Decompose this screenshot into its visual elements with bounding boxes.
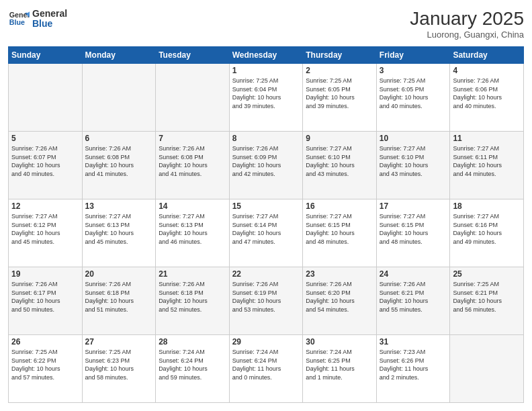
table-row <box>156 64 230 132</box>
table-row: 11Sunrise: 7:27 AM Sunset: 6:11 PM Dayli… <box>450 132 524 199</box>
table-row: 27Sunrise: 7:25 AM Sunset: 6:23 PM Dayli… <box>82 335 156 403</box>
day-info: Sunrise: 7:26 AM Sunset: 6:08 PM Dayligh… <box>159 144 226 178</box>
table-row: 21Sunrise: 7:26 AM Sunset: 6:18 PM Dayli… <box>156 267 230 335</box>
table-row <box>82 64 156 132</box>
day-info: Sunrise: 7:25 AM Sunset: 6:05 PM Dayligh… <box>306 77 373 110</box>
day-info: Sunrise: 7:26 AM Sunset: 6:21 PM Dayligh… <box>380 280 447 314</box>
day-number: 8 <box>232 134 300 143</box>
table-row: 25Sunrise: 7:25 AM Sunset: 6:21 PM Dayli… <box>450 267 524 335</box>
day-number: 5 <box>11 134 79 143</box>
day-header-monday: Monday <box>82 47 156 64</box>
day-number: 23 <box>306 269 373 279</box>
table-row: 28Sunrise: 7:24 AM Sunset: 6:24 PM Dayli… <box>156 335 230 403</box>
table-row: 2Sunrise: 7:25 AM Sunset: 6:05 PM Daylig… <box>303 64 377 132</box>
table-row: 20Sunrise: 7:26 AM Sunset: 6:18 PM Dayli… <box>82 267 156 335</box>
table-row: 7Sunrise: 7:26 AM Sunset: 6:08 PM Daylig… <box>156 132 230 199</box>
day-number: 10 <box>380 134 447 143</box>
day-info: Sunrise: 7:24 AM Sunset: 6:24 PM Dayligh… <box>159 348 226 381</box>
table-row: 14Sunrise: 7:27 AM Sunset: 6:13 PM Dayli… <box>156 199 230 267</box>
day-info: Sunrise: 7:26 AM Sunset: 6:18 PM Dayligh… <box>85 280 153 314</box>
day-number: 22 <box>232 269 300 279</box>
table-row: 10Sunrise: 7:27 AM Sunset: 6:10 PM Dayli… <box>376 132 450 199</box>
day-number: 25 <box>453 269 521 279</box>
month-title: January 2025 <box>410 8 524 30</box>
day-number: 31 <box>380 337 447 347</box>
day-info: Sunrise: 7:25 AM Sunset: 6:23 PM Dayligh… <box>85 348 153 381</box>
table-row: 19Sunrise: 7:26 AM Sunset: 6:17 PM Dayli… <box>9 267 83 335</box>
day-info: Sunrise: 7:26 AM Sunset: 6:08 PM Dayligh… <box>85 144 153 178</box>
table-row: 22Sunrise: 7:26 AM Sunset: 6:19 PM Dayli… <box>229 267 303 335</box>
day-info: Sunrise: 7:26 AM Sunset: 6:06 PM Dayligh… <box>453 77 521 110</box>
day-header-tuesday: Tuesday <box>156 47 230 64</box>
day-info: Sunrise: 7:27 AM Sunset: 6:14 PM Dayligh… <box>232 212 300 246</box>
day-number: 18 <box>453 201 521 211</box>
day-number: 28 <box>159 337 226 347</box>
title-area: January 2025 Luorong, Guangxi, China <box>410 8 524 40</box>
logo-icon: General Blue <box>8 8 30 30</box>
day-number: 27 <box>85 337 153 347</box>
day-info: Sunrise: 7:24 AM Sunset: 6:25 PM Dayligh… <box>306 348 373 381</box>
day-info: Sunrise: 7:26 AM Sunset: 6:19 PM Dayligh… <box>232 280 300 314</box>
table-row: 17Sunrise: 7:27 AM Sunset: 6:15 PM Dayli… <box>376 199 450 267</box>
day-number: 1 <box>232 66 300 75</box>
header: General Blue General Blue January 2025 L… <box>8 8 524 40</box>
table-row: 9Sunrise: 7:27 AM Sunset: 6:10 PM Daylig… <box>303 132 377 199</box>
day-number: 29 <box>232 337 300 347</box>
logo-blue: Blue <box>32 19 67 29</box>
table-row: 30Sunrise: 7:24 AM Sunset: 6:25 PM Dayli… <box>303 335 377 403</box>
day-info: Sunrise: 7:27 AM Sunset: 6:10 PM Dayligh… <box>306 144 373 178</box>
table-row: 24Sunrise: 7:26 AM Sunset: 6:21 PM Dayli… <box>376 267 450 335</box>
day-number: 11 <box>453 134 521 143</box>
day-info: Sunrise: 7:27 AM Sunset: 6:15 PM Dayligh… <box>306 212 373 246</box>
day-header-saturday: Saturday <box>450 47 524 64</box>
day-number: 20 <box>85 269 153 279</box>
page: General Blue General Blue January 2025 L… <box>0 0 532 411</box>
table-row <box>450 335 524 403</box>
day-number: 12 <box>11 201 79 211</box>
day-info: Sunrise: 7:23 AM Sunset: 6:26 PM Dayligh… <box>380 348 447 381</box>
day-number: 16 <box>306 201 373 211</box>
day-header-thursday: Thursday <box>303 47 377 64</box>
day-info: Sunrise: 7:27 AM Sunset: 6:15 PM Dayligh… <box>380 212 447 246</box>
location: Luorong, Guangxi, China <box>410 30 524 40</box>
day-info: Sunrise: 7:26 AM Sunset: 6:07 PM Dayligh… <box>11 144 79 178</box>
day-number: 19 <box>11 269 79 279</box>
table-row: 15Sunrise: 7:27 AM Sunset: 6:14 PM Dayli… <box>229 199 303 267</box>
table-row: 1Sunrise: 7:25 AM Sunset: 6:04 PM Daylig… <box>229 64 303 132</box>
table-row <box>9 64 83 132</box>
table-row: 8Sunrise: 7:26 AM Sunset: 6:09 PM Daylig… <box>229 132 303 199</box>
day-info: Sunrise: 7:25 AM Sunset: 6:04 PM Dayligh… <box>232 77 300 110</box>
table-row: 16Sunrise: 7:27 AM Sunset: 6:15 PM Dayli… <box>303 199 377 267</box>
table-row: 26Sunrise: 7:25 AM Sunset: 6:22 PM Dayli… <box>9 335 83 403</box>
day-number: 21 <box>159 269 226 279</box>
day-number: 17 <box>380 201 447 211</box>
day-number: 26 <box>11 337 79 347</box>
day-header-sunday: Sunday <box>9 47 83 64</box>
day-number: 15 <box>232 201 300 211</box>
day-number: 4 <box>453 66 521 75</box>
day-number: 14 <box>159 201 226 211</box>
day-info: Sunrise: 7:27 AM Sunset: 6:13 PM Dayligh… <box>159 212 226 246</box>
day-info: Sunrise: 7:26 AM Sunset: 6:20 PM Dayligh… <box>306 280 373 314</box>
table-row: 23Sunrise: 7:26 AM Sunset: 6:20 PM Dayli… <box>303 267 377 335</box>
day-header-friday: Friday <box>376 47 450 64</box>
table-row: 13Sunrise: 7:27 AM Sunset: 6:13 PM Dayli… <box>82 199 156 267</box>
day-info: Sunrise: 7:25 AM Sunset: 6:21 PM Dayligh… <box>453 280 521 314</box>
day-info: Sunrise: 7:25 AM Sunset: 6:05 PM Dayligh… <box>380 77 447 110</box>
day-number: 6 <box>85 134 153 143</box>
day-info: Sunrise: 7:26 AM Sunset: 6:17 PM Dayligh… <box>11 280 79 314</box>
day-info: Sunrise: 7:27 AM Sunset: 6:10 PM Dayligh… <box>380 144 447 178</box>
table-row: 12Sunrise: 7:27 AM Sunset: 6:12 PM Dayli… <box>9 199 83 267</box>
day-info: Sunrise: 7:27 AM Sunset: 6:16 PM Dayligh… <box>453 212 521 246</box>
table-row: 5Sunrise: 7:26 AM Sunset: 6:07 PM Daylig… <box>9 132 83 199</box>
day-number: 30 <box>306 337 373 347</box>
day-info: Sunrise: 7:26 AM Sunset: 6:18 PM Dayligh… <box>159 280 226 314</box>
day-number: 13 <box>85 201 153 211</box>
day-info: Sunrise: 7:27 AM Sunset: 6:12 PM Dayligh… <box>11 212 79 246</box>
logo-general: General <box>32 9 67 19</box>
day-number: 24 <box>380 269 447 279</box>
svg-text:Blue: Blue <box>9 18 25 26</box>
day-info: Sunrise: 7:24 AM Sunset: 6:24 PM Dayligh… <box>232 348 300 381</box>
day-info: Sunrise: 7:26 AM Sunset: 6:09 PM Dayligh… <box>232 144 300 178</box>
calendar-table: SundayMondayTuesdayWednesdayThursdayFrid… <box>8 46 524 403</box>
